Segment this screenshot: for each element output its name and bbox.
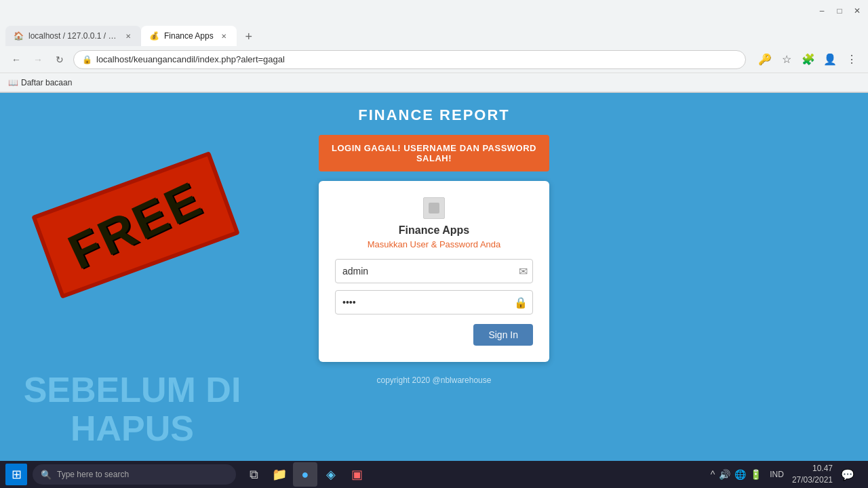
bookmarks-bar: 📖 Daftar bacaan	[0, 73, 868, 92]
menu-icon[interactable]: ⋮	[844, 52, 860, 68]
back-button[interactable]: ←	[8, 52, 24, 68]
star-icon[interactable]: ☆	[778, 52, 795, 68]
tab-2-label: Finance Apps	[164, 31, 214, 41]
taskbar-icons: ⧉ 📁 ● ◈ ▣	[241, 462, 369, 487]
watermark-line2: HAPUS	[71, 409, 194, 448]
watermark-line1: SEBELUM DI	[24, 370, 241, 409]
language-indicator: IND	[767, 470, 787, 479]
minimize-button[interactable]: –	[816, 5, 827, 16]
tab-1[interactable]: 🏠 localhost / 127.0.0.1 / keuanganca... …	[5, 26, 141, 46]
clock-time: 10.47	[792, 463, 833, 474]
toolbar-icons: 🔑 ☆ 🧩 👤 ⋮	[757, 52, 860, 68]
chevron-icon[interactable]: ^	[711, 469, 715, 480]
reload-button[interactable]: ↻	[52, 52, 68, 68]
key-icon[interactable]: 🔑	[757, 52, 773, 68]
close-button[interactable]: ✕	[852, 5, 863, 16]
main-content: FREE SEBELUM DI HAPUS FINANCE REPORT LOG…	[0, 93, 868, 462]
username-group: ✉	[335, 259, 533, 283]
bookmarks-label[interactable]: Daftar bacaan	[21, 78, 72, 87]
tab-2-close[interactable]: ✕	[219, 31, 229, 41]
page-title: FINANCE REPORT	[358, 106, 510, 124]
tab-1-favicon: 🏠	[14, 31, 23, 41]
sys-icons: ^ 🔊 🌐 🔋	[711, 469, 762, 480]
clock-date: 27/03/2021	[792, 474, 833, 486]
bookmarks-icon: 📖	[8, 78, 18, 87]
card-logo-inner	[429, 203, 439, 214]
new-tab-button[interactable]: +	[239, 27, 258, 46]
extension-icon[interactable]: 🧩	[800, 52, 816, 68]
url-bar[interactable]: 🔒 localhost/keuangancandil/index.php?ale…	[73, 50, 746, 69]
username-input[interactable]	[335, 259, 533, 283]
tab-1-close[interactable]: ✕	[123, 31, 133, 41]
title-bar: – □ ✕	[0, 0, 868, 22]
taskbar-search[interactable]: 🔍 Type here to search	[33, 464, 236, 485]
watermark-text: SEBELUM DI HAPUS	[10, 371, 254, 448]
tab-bar: 🏠 localhost / 127.0.0.1 / keuanganca... …	[0, 22, 868, 46]
address-bar: ← → ↻ 🔒 localhost/keuangancandil/index.p…	[0, 46, 868, 73]
taskbar-search-text: Type here to search	[57, 470, 129, 479]
network-icon[interactable]: 🌐	[734, 469, 746, 480]
password-toggle-icon[interactable]: 🔒	[514, 296, 528, 309]
free-text: FREE	[60, 170, 211, 280]
taskbar-search-icon: 🔍	[41, 470, 52, 480]
browser-chrome: – □ ✕ 🏠 localhost / 127.0.0.1 / keuangan…	[0, 0, 868, 93]
app5-button[interactable]: ▣	[344, 462, 369, 487]
card-title: Finance Apps	[399, 224, 469, 237]
fileexplorer-button[interactable]: 📁	[267, 462, 292, 487]
copyright-text: copyright 2020 @nblwarehouse	[377, 375, 492, 385]
url-lock-icon: 🔒	[82, 55, 92, 64]
card-subtitle: Masukkan User & Password Anda	[368, 239, 501, 249]
free-rect: FREE	[31, 151, 240, 299]
taskview-button[interactable]: ⧉	[241, 462, 266, 487]
tab-2-favicon: 💰	[149, 31, 159, 41]
start-button[interactable]: ⊞	[5, 464, 27, 485]
profile-icon[interactable]: 👤	[822, 52, 838, 68]
volume-icon[interactable]: 🔊	[719, 469, 730, 480]
chrome-button[interactable]: ●	[293, 462, 317, 487]
tab-1-label: localhost / 127.0.0.1 / keuanganca...	[28, 31, 118, 41]
taskbar-clock: 10.47 27/03/2021	[792, 463, 833, 486]
forward-button[interactable]: →	[30, 52, 46, 68]
password-group: 🔒	[335, 290, 533, 314]
vscode-button[interactable]: ◈	[319, 462, 343, 487]
taskbar: ⊞ 🔍 Type here to search ⧉ 📁 ● ◈ ▣ ^ 🔊 🌐 …	[0, 461, 868, 488]
signin-button[interactable]: Sign In	[473, 324, 533, 346]
notification-button[interactable]: 💬	[838, 465, 857, 484]
maximize-button[interactable]: □	[834, 5, 845, 16]
card-logo	[423, 197, 445, 219]
taskbar-right: ^ 🔊 🌐 🔋 IND 10.47 27/03/2021 💬	[711, 463, 863, 486]
battery-icon[interactable]: 🔋	[750, 469, 762, 480]
free-stamp: FREE	[20, 100, 251, 350]
window-controls: – □ ✕	[816, 5, 863, 16]
login-card: Finance Apps Masukkan User & Password An…	[319, 181, 549, 362]
username-clear-icon[interactable]: ✉	[519, 265, 528, 278]
url-text: localhost/keuangancandil/index.php?alert…	[96, 54, 737, 64]
alert-banner: LOGIN GAGAL! USERNAME DAN PASSWORD SALAH…	[319, 135, 549, 171]
tab-2[interactable]: 💰 Finance Apps ✕	[141, 26, 237, 46]
password-input[interactable]	[335, 290, 533, 314]
